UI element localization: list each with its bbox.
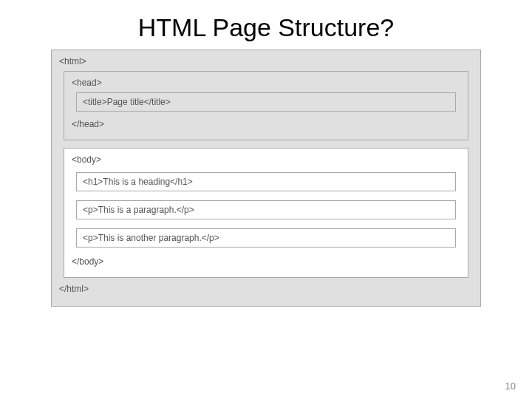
head-open-tag: <head> [72, 78, 460, 88]
html-open-tag: <html> [59, 56, 473, 66]
p1-element-box: <p>This is a paragraph.</p> [76, 200, 456, 219]
slide-title: HTML Page Structure? [0, 0, 532, 50]
head-box: <head> <title>Page title</title> </head> [64, 71, 468, 140]
title-element-box: <title>Page title</title> [76, 92, 456, 112]
p2-element-box: <p>This is another paragraph.</p> [76, 228, 456, 248]
page-number: 10 [505, 381, 516, 392]
body-box: <body> <h1>This is a heading</h1> <p>Thi… [64, 148, 468, 278]
body-close-tag: </body> [72, 256, 460, 267]
html-close-tag: </html> [59, 284, 473, 294]
head-close-tag: </head> [72, 119, 460, 129]
html-structure-diagram: <html> <head> <title>Page title</title> … [51, 50, 481, 307]
body-open-tag: <body> [72, 154, 460, 165]
h1-element-box: <h1>This is a heading</h1> [76, 172, 456, 191]
